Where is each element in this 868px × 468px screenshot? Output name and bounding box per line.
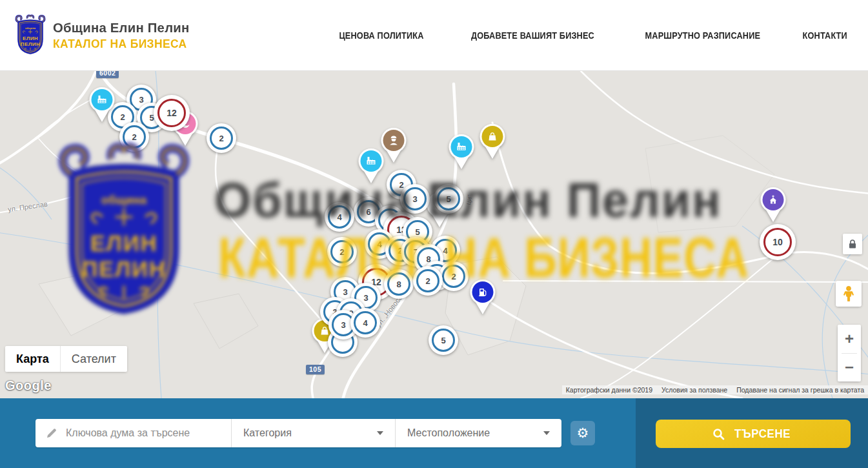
keyword-search-input[interactable] [65, 427, 231, 440]
pencil-icon [46, 428, 57, 439]
cluster-count: 5 [437, 187, 460, 210]
cluster-marker[interactable]: 4 [325, 202, 354, 232]
cluster-count: 4 [354, 311, 377, 334]
cluster-marker[interactable]: 5 [429, 325, 458, 355]
map-type-control: Карта Сателит [5, 346, 127, 372]
search-button-label: ТЪРСЕНЕ [734, 427, 791, 441]
map-type-map-button[interactable]: Карта [5, 346, 60, 372]
cluster-count: 2 [210, 127, 233, 150]
cluster-count: 2 [416, 269, 439, 292]
category-select-label: Категория [243, 427, 292, 439]
cluster-marker[interactable]: 5 [434, 184, 463, 214]
cluster-count: 4 [328, 205, 351, 229]
cluster-count: 2 [442, 265, 465, 288]
cluster-count: 12 [157, 99, 186, 127]
cluster-marker[interactable]: 3 [400, 184, 430, 214]
cluster-marker[interactable]: 12 [154, 95, 190, 131]
site-title: Община Елин Пелин [53, 20, 189, 36]
zoom-in-button[interactable]: + [838, 325, 861, 353]
search-box: Категория Местоположение [35, 419, 561, 447]
google-logo[interactable]: Google [5, 378, 52, 393]
lock-button[interactable] [843, 234, 862, 254]
map-canvas[interactable]: 6002 105 ул. Преслав бул. „Новосел ци“ 3… [0, 71, 868, 398]
nav-add-business[interactable]: ДОБАВЕТЕ ВАШИЯТ БИЗНЕС [471, 30, 594, 41]
cluster-marker[interactable]: 8 [384, 269, 414, 299]
gear-icon: ⚙ [577, 425, 589, 441]
cluster-marker[interactable]: 2 [413, 266, 443, 296]
category-select[interactable]: Категория [231, 419, 395, 447]
attribution-terms-link[interactable]: Условия за ползване [661, 386, 727, 394]
cluster-count: 2 [330, 240, 354, 263]
crest-text-pelin: ПЕЛИН [21, 41, 40, 47]
search-icon [712, 428, 725, 440]
zoom-out-button[interactable]: − [838, 354, 861, 382]
factory-pin[interactable] [356, 147, 386, 184]
factory-pin[interactable] [447, 133, 476, 170]
map-markers: 3251222235647135427428221282333834510 [0, 71, 868, 398]
cluster-marker[interactable]: 10 [760, 224, 796, 260]
crest-text-elin: ЕЛИН [23, 36, 38, 41]
cluster-marker[interactable]: 2 [439, 261, 469, 291]
cluster-marker[interactable]: 2 [207, 123, 236, 153]
nav-route-schedule[interactable]: МАРШРУТНО РАЗПИСАНИЕ [645, 30, 760, 41]
keyword-field[interactable] [35, 419, 231, 447]
main-nav: ЦЕНОВА ПОЛИТИКА ДОБАВЕТЕ ВАШИЯТ БИЗНЕС М… [305, 0, 852, 71]
pegman-button[interactable] [836, 281, 862, 307]
attribution-copyright: Картографски данни ©2019 [566, 386, 652, 394]
map-type-satellite-button[interactable]: Сателит [60, 346, 127, 372]
cluster-marker[interactable]: 4 [350, 308, 380, 338]
cluster-count: 3 [403, 187, 427, 210]
advanced-settings-button[interactable]: ⚙ [570, 421, 595, 445]
search-button[interactable]: ТЪРСЕНЕ [656, 420, 851, 448]
header: община ЕЛИН ПЕЛИН Община Елин Пелин КАТА… [0, 0, 868, 71]
nav-contacts[interactable]: КОНТАКТИ [802, 30, 847, 41]
zoom-control: + − [838, 325, 861, 382]
location-select[interactable]: Местоположение [395, 419, 561, 447]
attribution-report-link[interactable]: Подаване на сигнал за грешка в картата [736, 386, 864, 394]
page: община ЕЛИН ПЕЛИН Община Елин Пелин КАТА… [0, 0, 868, 468]
cluster-count: 8 [387, 272, 410, 296]
shopping-bag-pin[interactable] [478, 123, 507, 159]
search-bar: Категория Местоположение ⚙ ТЪРСЕНЕ [0, 398, 868, 468]
lock-icon [847, 238, 858, 250]
church-pin[interactable] [758, 186, 788, 223]
crest-text-obshtina: община [25, 26, 36, 30]
map-attribution: Картографски данни ©2019 Условия за полз… [562, 385, 868, 394]
pegman-icon [842, 285, 856, 302]
location-select-label: Местоположение [407, 427, 490, 439]
site-subtitle: КАТАЛОГ НА БИЗНЕСА [53, 37, 189, 51]
chevron-down-icon [377, 431, 383, 435]
fuel-pin[interactable] [468, 278, 498, 315]
chevron-down-icon [543, 431, 550, 435]
cluster-count: 5 [432, 329, 455, 352]
factory-pin[interactable] [87, 86, 117, 123]
site-logo[interactable]: община ЕЛИН ПЕЛИН Община Елин Пелин КАТА… [14, 14, 194, 57]
cluster-count: 2 [123, 125, 146, 148]
municipality-crest-icon: община ЕЛИН ПЕЛИН [14, 14, 46, 57]
nav-pricing-policy[interactable]: ЦЕНОВА ПОЛИТИКА [339, 30, 423, 41]
cluster-marker[interactable]: 2 [119, 122, 149, 152]
cluster-marker[interactable]: 2 [327, 237, 357, 267]
cluster-count: 10 [763, 228, 792, 256]
